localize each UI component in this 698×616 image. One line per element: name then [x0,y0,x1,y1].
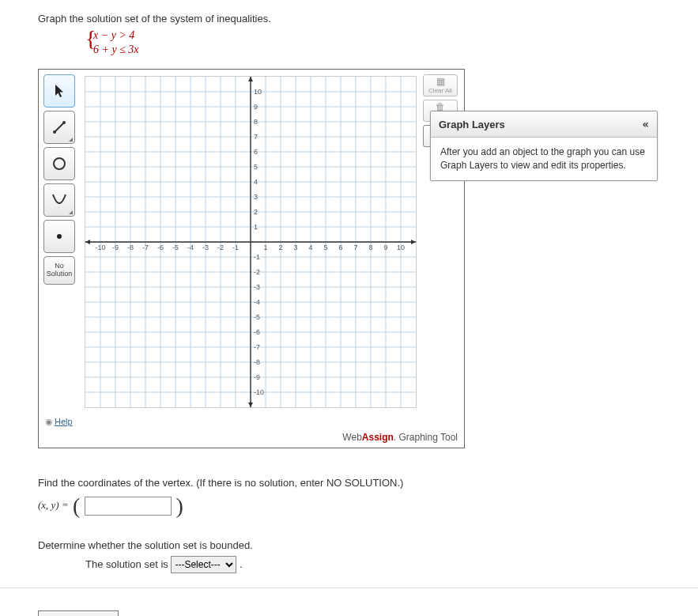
line-tool[interactable] [43,111,75,144]
svg-text:3: 3 [254,193,258,201]
svg-text:-2: -2 [217,244,224,251]
branding: WebAssign. Graphing Tool [342,432,458,443]
period: . [240,558,243,570]
svg-text:-3: -3 [202,244,209,251]
svg-text:-8: -8 [254,358,260,366]
svg-text:8: 8 [369,244,373,251]
vertex-prompt: Find the coordinates of the vertex. (If … [38,477,698,489]
no-solution-tool[interactable]: No Solution [43,256,75,285]
svg-point-4 [57,234,62,239]
line-icon [51,119,67,135]
svg-text:1: 1 [254,223,258,231]
svg-text:-7: -7 [142,244,149,251]
clear-icon: ▦ [436,77,445,86]
svg-text:4: 4 [309,244,313,251]
svg-text:5: 5 [254,163,258,171]
close-paren: ) [175,493,185,518]
brand-web: Web [342,432,361,443]
point-icon [54,231,65,242]
inequality-2: 6 + y ≤ 3x [93,43,698,58]
svg-line-0 [55,123,64,132]
svg-text:9: 9 [384,244,388,251]
svg-text:-5: -5 [254,313,260,321]
graphing-tool: No Solution -10-9-8-7-6-5-4-3-2-11234567… [38,69,465,448]
collapse-icon[interactable]: « [643,118,649,130]
submit-button[interactable]: Submit Answer [38,610,119,616]
svg-text:6: 6 [339,244,343,251]
svg-text:-10: -10 [96,244,106,251]
svg-point-2 [62,121,66,124]
svg-text:3: 3 [294,244,298,251]
tool-palette: No Solution [43,74,78,285]
graph-grid[interactable]: -10-9-8-7-6-5-4-3-2-112345678910-10-9-8-… [85,76,417,408]
bounded-select[interactable]: ---Select---boundedunbounded [171,556,236,573]
graph-layers-title: Graph Layers [439,119,505,130]
vertex-input[interactable] [85,497,172,516]
graph-layers-header: Graph Layers « [431,111,657,138]
svg-text:-10: -10 [254,388,264,396]
svg-text:-4: -4 [187,244,194,251]
bounded-lead: The solution set is [85,558,171,570]
svg-text:-3: -3 [254,283,260,291]
brand-suffix: . Graphing Tool [394,432,458,443]
svg-text:8: 8 [254,118,258,126]
svg-text:-1: -1 [232,244,239,251]
circle-icon [51,156,67,172]
brand-assign: Assign [362,432,394,443]
svg-text:7: 7 [354,244,358,251]
open-paren: ( [71,493,81,518]
parabola-icon [51,191,68,209]
pointer-tool[interactable] [43,74,75,108]
pointer-icon [54,84,65,98]
system-of-inequalities: { x − y > 4 6 + y ≤ 3x [85,29,698,58]
svg-text:-2: -2 [254,268,260,276]
vertex-lhs: (x, y) = [38,499,71,511]
svg-text:-8: -8 [127,244,134,251]
svg-text:-6: -6 [157,244,164,251]
inequality-1: x − y > 4 [93,29,698,43]
svg-text:-1: -1 [254,253,260,261]
svg-text:5: 5 [324,244,328,251]
svg-text:-6: -6 [254,328,260,336]
vertex-question: Find the coordinates of the vertex. (If … [38,477,698,519]
svg-point-1 [53,130,56,134]
svg-text:-9: -9 [112,244,119,251]
clear-all-label: Clear All [428,87,452,94]
divider [0,588,698,588]
svg-text:-4: -4 [254,298,260,306]
svg-text:9: 9 [254,103,258,111]
svg-text:-5: -5 [172,244,179,251]
clear-all-button: ▦ Clear All [423,74,458,96]
svg-text:10: 10 [397,244,405,251]
graph-layers-desc: After you add an object to the graph you… [431,138,657,180]
help-link[interactable]: Help [45,417,73,427]
bounded-question: Determine whether the solution set is bo… [38,539,698,573]
svg-text:6: 6 [254,148,258,156]
svg-text:7: 7 [254,133,258,141]
parabola-tool[interactable] [43,183,75,217]
bounded-prompt: Determine whether the solution set is bo… [38,539,698,551]
brace-icon: { [85,28,96,50]
svg-text:1: 1 [264,244,268,251]
circle-tool[interactable] [43,147,75,180]
question-prompt: Graph the solution set of the system of … [38,13,698,25]
svg-text:-7: -7 [254,343,260,351]
svg-text:10: 10 [254,88,262,96]
svg-text:4: 4 [254,178,258,186]
svg-text:-9: -9 [254,373,260,381]
point-tool[interactable] [43,220,75,253]
svg-point-3 [54,158,65,169]
svg-text:2: 2 [279,244,283,251]
svg-text:2: 2 [254,208,258,216]
graph-layers-panel: Graph Layers « After you add an object t… [430,111,658,181]
